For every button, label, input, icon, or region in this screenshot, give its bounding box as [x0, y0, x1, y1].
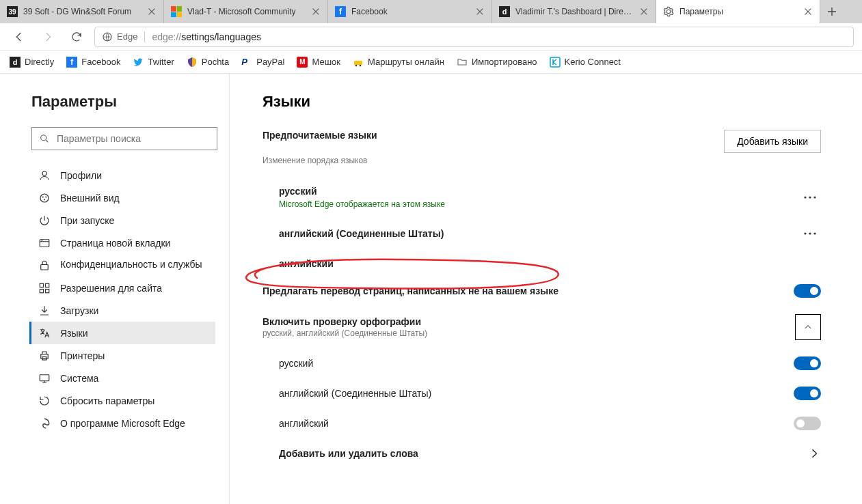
- language-name: русский: [279, 186, 799, 197]
- toolbar: Edge edge://settings/languages: [0, 23, 862, 51]
- svg-rect-13: [40, 283, 43, 287]
- bookmark-pochta[interactable]: Pochta: [187, 57, 229, 68]
- close-icon[interactable]: [311, 7, 321, 16]
- edge-logo-icon: [38, 417, 51, 430]
- content: Параметры Профили Внешний вид При запуск…: [0, 74, 862, 504]
- spellcheck-subtitle: русский, английский (Соединенные Штаты): [262, 328, 795, 338]
- bookmark-meshok[interactable]: MМешок: [297, 57, 340, 68]
- svg-point-3: [360, 64, 362, 66]
- tab-label: 39 Soft - DG Win&Soft Forum: [23, 7, 143, 16]
- main-panel: Языки Предпочитаемые языки Добавить язык…: [230, 74, 862, 504]
- spellcheck-lang-row: английский (Соединенные Штаты): [262, 378, 821, 408]
- spellcheck-lang-name: английский: [279, 418, 794, 429]
- spellcheck-lang-toggle[interactable]: [794, 356, 821, 370]
- tab-active[interactable]: Параметры: [656, 0, 820, 23]
- address-bar[interactable]: Edge edge://settings/languages: [94, 27, 854, 47]
- sidebar-item-permissions[interactable]: Разрешения для сайта: [29, 277, 215, 299]
- sidebar-item-appearance[interactable]: Внешний вид: [29, 186, 215, 209]
- chevron-right-icon: [807, 447, 821, 460]
- tab[interactable]: d Vladimir T.'s Dashboard | Directly: [492, 0, 656, 23]
- bookmark-facebook[interactable]: fFacebook: [66, 57, 120, 68]
- svg-rect-11: [40, 240, 49, 247]
- plus-icon: [826, 6, 837, 17]
- back-button[interactable]: [8, 26, 30, 48]
- favicon-facebook: f: [66, 57, 77, 68]
- search-input[interactable]: [57, 133, 210, 144]
- profile-icon: [38, 169, 51, 182]
- lock-icon: [38, 260, 51, 272]
- download-icon: [38, 305, 51, 317]
- svg-rect-12: [41, 265, 49, 270]
- svg-point-22: [813, 196, 816, 198]
- tab-strip: 39 39 Soft - DG Win&Soft Forum Vlad-T - …: [0, 0, 862, 23]
- new-tab-button[interactable]: [820, 0, 844, 23]
- language-row: английский (Соединенные Штаты): [262, 216, 821, 251]
- favicon-facebook: f: [335, 6, 346, 17]
- sidebar-item-profiles[interactable]: Профили: [29, 164, 215, 186]
- spellcheck-lang-row: русский: [262, 348, 821, 378]
- tab[interactable]: 39 39 Soft - DG Win&Soft Forum: [0, 0, 164, 23]
- sidebar-item-startup[interactable]: При запуске: [29, 209, 215, 232]
- bookmark-imported[interactable]: Импортировано: [457, 57, 537, 68]
- bookmark-paypal[interactable]: PPayPal: [241, 57, 284, 68]
- preferred-languages-title: Предпочитаемые языки: [262, 130, 377, 141]
- arrow-right-icon: [42, 31, 54, 43]
- tab-label: Facebook: [351, 7, 471, 16]
- forward-button[interactable]: [37, 26, 59, 48]
- sidebar-item-system[interactable]: Система: [29, 367, 215, 389]
- reset-icon: [38, 395, 51, 407]
- spellcheck-lang-toggle[interactable]: [794, 417, 821, 430]
- language-row: русский Microsoft Edge отображается на э…: [262, 179, 821, 216]
- sidebar-item-reset[interactable]: Сбросить параметры: [29, 389, 215, 412]
- favicon-microsoft: [171, 6, 182, 17]
- bookmark-routes[interactable]: Маршруты онлайн: [353, 57, 444, 68]
- tab[interactable]: f Facebook: [328, 0, 492, 23]
- appearance-icon: [38, 192, 51, 204]
- refresh-button[interactable]: [66, 26, 87, 48]
- sidebar-item-downloads[interactable]: Загрузки: [29, 299, 215, 322]
- settings-search[interactable]: [31, 127, 217, 150]
- sidebar-item-about[interactable]: О программе Microsoft Edge: [29, 412, 215, 434]
- permissions-icon: [38, 282, 51, 294]
- spellcheck-lang-toggle[interactable]: [794, 387, 821, 400]
- svg-rect-17: [41, 354, 49, 359]
- svg-rect-19: [40, 375, 49, 381]
- close-icon[interactable]: [639, 7, 649, 16]
- bookmark-kerio[interactable]: Kerio Connect: [550, 57, 621, 68]
- sidebar-item-newtab[interactable]: Страница новой вкладки: [29, 232, 215, 254]
- bookmark-twitter[interactable]: Twitter: [133, 57, 174, 68]
- spellcheck-collapse-button[interactable]: [795, 314, 821, 340]
- more-icon: [804, 196, 816, 199]
- translate-toggle[interactable]: [794, 284, 821, 298]
- favicon-directly: d: [10, 57, 21, 68]
- gear-icon: [663, 6, 674, 17]
- language-name: английский (Соединенные Штаты): [279, 228, 799, 239]
- svg-point-24: [809, 232, 811, 234]
- close-icon[interactable]: [803, 7, 813, 16]
- close-icon[interactable]: [147, 7, 157, 16]
- language-more-button[interactable]: [799, 186, 821, 208]
- preferred-languages-subtitle: Изменение порядка языков: [262, 156, 821, 165]
- spellcheck-lang-row: английский: [262, 408, 821, 438]
- language-name: английский: [279, 258, 821, 269]
- page-heading: Языки: [262, 93, 821, 111]
- address-url: edge://settings/languages: [152, 31, 261, 42]
- custom-dictionary-row[interactable]: Добавить или удалить слова: [262, 438, 821, 468]
- add-languages-button[interactable]: Добавить языки: [724, 130, 821, 153]
- sidebar-item-printers[interactable]: Принтеры: [29, 344, 215, 367]
- language-more-button[interactable]: [799, 223, 821, 244]
- svg-point-8: [42, 197, 44, 198]
- svg-point-5: [41, 135, 46, 141]
- tab-label: Vladimir T.'s Dashboard | Directly: [515, 7, 635, 16]
- svg-point-21: [809, 196, 811, 198]
- bookmark-directly[interactable]: dDirectly: [10, 57, 54, 68]
- tab-label: Параметры: [679, 7, 799, 16]
- search-icon: [39, 133, 50, 144]
- edge-icon: [102, 31, 113, 42]
- sidebar-item-privacy[interactable]: Конфиденциальность и службы: [29, 254, 215, 277]
- tab[interactable]: Vlad-T - Microsoft Community: [164, 0, 328, 23]
- more-icon: [804, 232, 816, 235]
- favicon-directly: d: [499, 6, 510, 17]
- sidebar-item-languages[interactable]: Языки: [29, 322, 215, 344]
- close-icon[interactable]: [475, 7, 485, 16]
